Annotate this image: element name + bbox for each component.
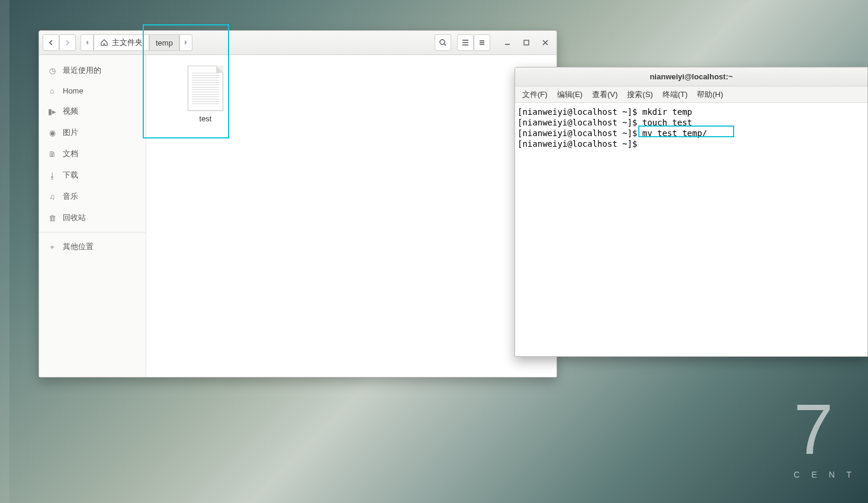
window-maximize-button[interactable] — [519, 35, 534, 50]
sidebar-item-recent[interactable]: ◷ 最近使用的 — [39, 60, 146, 81]
sidebar-item-home[interactable]: ⌂ Home — [39, 81, 146, 101]
menu-view[interactable]: 查看(V) — [589, 88, 621, 102]
sidebar-item-label: 回收站 — [63, 212, 86, 223]
path-bar: 主文件夹 temp — [81, 34, 192, 51]
home-icon — [100, 38, 108, 47]
sidebar-item-label: 下载 — [63, 170, 78, 180]
nav-back-button[interactable] — [43, 34, 59, 51]
path-current[interactable]: temp — [149, 34, 179, 51]
sidebar-separator — [39, 232, 146, 233]
sidebar-item-label: Home — [63, 86, 83, 95]
nav-forward-button[interactable] — [59, 34, 76, 51]
path-home-label: 主文件夹 — [112, 37, 143, 48]
sidebar-item-label: 视频 — [63, 106, 78, 117]
sidebar-item-label: 其他位置 — [63, 241, 94, 252]
sidebar-item-label: 图片 — [63, 127, 78, 138]
plus-icon: + — [47, 243, 57, 252]
window-close-button[interactable] — [538, 35, 553, 50]
sidebar-item-trash[interactable]: 🗑 回收站 — [39, 207, 146, 228]
maximize-icon — [523, 40, 529, 46]
clock-icon: ◷ — [47, 66, 57, 75]
view-list-button[interactable] — [457, 34, 474, 51]
chevron-right-icon — [65, 40, 70, 46]
sidebar-item-label: 音乐 — [63, 191, 78, 202]
list-icon — [461, 38, 470, 47]
term-line: [nianweiyi@localhost ~]$ — [517, 139, 642, 149]
terminal-body[interactable]: [nianweiyi@localhost ~]$ mkdir temp [nia… — [515, 103, 867, 356]
view-menu-button[interactable] — [474, 34, 490, 51]
triangle-right-icon — [184, 40, 188, 45]
nautilus-titlebar: 主文件夹 temp — [39, 31, 557, 55]
search-icon — [439, 38, 447, 47]
os-watermark: 7 C E N T — [793, 388, 856, 479]
path-current-label: temp — [156, 38, 173, 47]
hamburger-icon — [478, 38, 486, 47]
document-icon: 🗎 — [47, 150, 57, 159]
watermark-small: C E N T — [793, 470, 856, 479]
search-button[interactable] — [435, 34, 451, 51]
terminal-titlebar[interactable]: nianweiyi@localhost:~ — [515, 67, 867, 86]
term-line: [nianweiyi@localhost ~]$ touch test — [517, 118, 692, 127]
trash-icon: 🗑 — [47, 214, 57, 223]
sidebar-item-other[interactable]: + 其他位置 — [39, 236, 146, 257]
sidebar-item-label: 最近使用的 — [63, 65, 101, 76]
path-next-button[interactable] — [179, 34, 192, 51]
nautilus-content[interactable]: test — [146, 55, 557, 377]
chevron-left-icon — [48, 40, 54, 46]
sidebar-item-documents[interactable]: 🗎 文档 — [39, 143, 146, 165]
menu-terminal[interactable]: 终端(T) — [659, 88, 692, 102]
menu-edit[interactable]: 编辑(E) — [554, 88, 586, 102]
term-line: [nianweiyi@localhost ~]$ mkdir temp — [517, 107, 692, 117]
svg-rect-2 — [524, 40, 529, 45]
window-minimize-button[interactable] — [500, 35, 515, 50]
sidebar-item-pictures[interactable]: ◉ 图片 — [39, 122, 146, 143]
dock-edge — [0, 0, 9, 503]
terminal-title: nianweiyi@localhost:~ — [650, 72, 732, 81]
path-home[interactable]: 主文件夹 — [94, 34, 149, 51]
menu-search[interactable]: 搜索(S) — [623, 88, 656, 102]
sidebar-item-music[interactable]: ♫ 音乐 — [39, 186, 146, 207]
close-icon — [542, 40, 548, 46]
download-icon: ⭳ — [47, 171, 57, 180]
file-label: test — [200, 114, 212, 123]
sidebar-item-label: 文档 — [63, 149, 78, 159]
triangle-left-icon — [85, 40, 89, 45]
terminal-window: nianweiyi@localhost:~ 文件(F) 编辑(E) 查看(V) … — [515, 67, 868, 357]
text-file-icon — [188, 66, 223, 111]
camera-icon: ◉ — [47, 128, 57, 137]
home-icon: ⌂ — [47, 86, 57, 95]
file-item[interactable]: test — [170, 66, 241, 123]
svg-point-0 — [440, 40, 445, 44]
sidebar-item-videos[interactable]: ▮▸ 视频 — [39, 101, 146, 122]
minimize-icon — [504, 40, 510, 46]
nautilus-sidebar: ◷ 最近使用的 ⌂ Home ▮▸ 视频 ◉ 图片 🗎 文档 ⭳ 下载 — [39, 55, 146, 377]
video-icon: ▮▸ — [47, 107, 57, 116]
sidebar-item-downloads[interactable]: ⭳ 下载 — [39, 165, 146, 186]
menu-file[interactable]: 文件(F) — [519, 88, 551, 102]
menu-help[interactable]: 帮助(H) — [693, 88, 726, 102]
music-icon: ♫ — [47, 192, 57, 201]
terminal-menubar: 文件(F) 编辑(E) 查看(V) 搜索(S) 终端(T) 帮助(H) — [515, 86, 867, 103]
path-prev-button[interactable] — [81, 34, 94, 51]
watermark-big: 7 — [793, 389, 834, 469]
term-line: [nianweiyi@localhost ~]$ mv test temp/ — [517, 128, 707, 138]
nautilus-window: 主文件夹 temp — [38, 30, 557, 378]
